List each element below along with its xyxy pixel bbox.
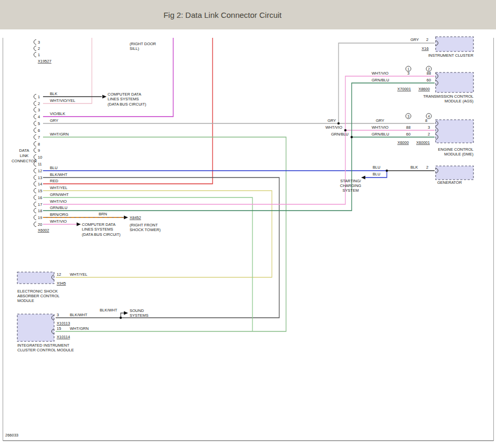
esa-pin-number: 12	[57, 272, 61, 277]
dlc-pin-number-15: 15	[38, 189, 42, 193]
dlc-pin-contact-4	[34, 114, 37, 119]
dlc-pin-number-10: 10	[38, 155, 42, 160]
dlc-name-line2: LINK	[20, 153, 29, 158]
starting-line3: SYSTEM	[343, 188, 359, 193]
arrow-shock-tower-icon	[124, 216, 128, 220]
dlc-pin-contact-19	[34, 215, 37, 220]
wire-label-pin16: GRN/WHT	[50, 192, 69, 197]
dlc-pin-number-11: 11	[38, 162, 42, 166]
iicc-pin15-wire-label: WHT/GRN	[70, 326, 89, 331]
wiring-diagram-page: Fig 2: Data Link Connector Circuit 26603…	[0, 0, 496, 448]
tcm-circle-1-number: 1	[407, 67, 409, 71]
ecm-circle-3-number: 3	[407, 114, 409, 118]
transmission-control-module: 1 2 WHT/VIO 3 88 GRN/BLU 60 X70001 X8600…	[372, 66, 473, 103]
generator-pin-number: 2	[426, 165, 428, 170]
wire-label-pin14: RED	[50, 179, 58, 183]
ecm-row1-pin-b: 3	[428, 125, 430, 130]
wire-label-pin2: WHT/VIO/YEL	[50, 98, 75, 103]
dlc-top-pin-contact	[34, 46, 37, 51]
dlc-pin-number-6: 6	[38, 128, 40, 133]
generator-wire-label: BLK	[410, 165, 418, 170]
dlc-pin-number-20: 20	[38, 222, 42, 227]
dlc-pin-contact-6	[34, 128, 37, 133]
dlc-pin-number-18: 18	[38, 209, 42, 213]
dlc-pin-contact-8	[34, 142, 37, 147]
starting-line2: CHARGING	[340, 183, 362, 188]
dlc-pin-contact-5	[34, 121, 37, 126]
arrow-sound-systems-icon	[124, 311, 128, 315]
flow-arrows	[77, 95, 365, 315]
wire-label-pin12: BLU	[50, 165, 58, 170]
tcm-row1-wire-label: WHT/VIO	[372, 71, 388, 76]
iicc-pin3-wire-label: BLK/WHT	[70, 312, 88, 317]
wire-label-pin17: WHT/VIO	[50, 199, 67, 204]
tcm-row2-wire-label: GRN/BLU	[372, 78, 389, 82]
dlc-pin-contact-20	[34, 222, 37, 227]
ecm-connector-id-1: X6000	[397, 140, 409, 145]
computer-data-1-line1: COMPUTER DATA	[108, 92, 141, 97]
starting-line1: STARTING/	[340, 179, 361, 183]
tcm-name-line2: MODULE (AGS)	[445, 99, 474, 103]
dlc-pin-contact-18	[34, 209, 37, 213]
wire-label-pin19: BRN/ORG	[50, 212, 68, 217]
tcm-row2-pin-b: 60	[427, 78, 431, 82]
dlc-pin-contact-17	[34, 202, 37, 207]
figure-code: 266033	[5, 433, 18, 437]
dlc-pin-number-13: 13	[38, 175, 42, 180]
dlc-top-connector-id: X19527	[38, 59, 51, 64]
junction-blu	[386, 170, 388, 172]
tcm-circle-2-number: 2	[428, 67, 430, 71]
wire-label-pin20: WHT/VIO	[50, 219, 67, 224]
wire-label-pin13: BLK/WHT	[50, 172, 68, 177]
generator-box	[436, 166, 473, 180]
junction-gry	[337, 122, 340, 124]
dlc-top-pin-number: 3	[38, 40, 40, 45]
computer-data-20-line3: (DATA BUS CIRCUIT)	[82, 232, 121, 237]
wire-wht-vio	[43, 76, 435, 204]
dlc-pin-numbers: 1 2 3 4 5 6 7 8 9 10 11 12 13 14 15 16 1…	[38, 95, 42, 227]
wire-wht-grn	[43, 137, 286, 331]
dlc-pin-number-17: 17	[38, 202, 42, 207]
wire-grn-blu	[43, 83, 435, 211]
ecm-row1-pin-a: 88	[406, 125, 410, 130]
dlc-pin-number-1: 1	[38, 95, 40, 99]
generator-name: GENERATOR	[437, 180, 462, 185]
dlc-bottom-connector-id: X6002	[38, 228, 49, 233]
junction-wht-vio	[344, 129, 346, 131]
dlc-pin-contact-16	[34, 195, 37, 200]
iicc-pin3-number: 3	[57, 312, 59, 317]
shock-tower-connector-id: X8452	[130, 215, 141, 220]
instrument-cluster-wire-label: GRY	[410, 37, 419, 42]
esa-wire-label: WHT/YEL	[70, 272, 87, 277]
dlc-pin-contact-7	[34, 135, 37, 140]
ecm-row2-wire-label: GRN/BLU	[372, 132, 389, 137]
junction-dots	[120, 122, 388, 319]
dlc-top-pin-contact	[34, 40, 37, 45]
iicc-name-line2: CLUSTER CONTROL MODULE	[17, 348, 74, 352]
dlc-pin-number-4: 4	[38, 114, 40, 119]
engine-control-module: 3 4 GRY GRY 8 WHT/VIO WHT/VIO 88 3 GRN/B…	[325, 113, 474, 157]
wire-label-pin5: GRY	[50, 118, 58, 123]
dlc-pin-contact-1	[34, 95, 37, 99]
dlc-name-line3: CONNECTOR	[12, 159, 37, 163]
dlc-top-pin-number: 1	[38, 53, 40, 57]
wire-blk-wht	[43, 178, 279, 318]
sound-systems-line2: SYSTEMS	[130, 313, 149, 318]
iicc-box	[17, 314, 54, 341]
esa-name-line2: ABSORBER CONTROL	[17, 294, 59, 298]
tcm-row1-pin-a: 3	[407, 71, 409, 76]
dlc-pin-number-16: 16	[38, 195, 42, 200]
dlc-pin-number-3: 3	[38, 108, 40, 112]
tcm-connector-id-2: X8600	[418, 87, 430, 91]
wire-label-pin4: VIO/BLK	[50, 111, 65, 116]
shock-tower-line1: (RIGHT FRONT	[130, 223, 158, 227]
ecm-name-line2: MODULE (DME)	[444, 152, 473, 157]
dlc-pin-number-8: 8	[38, 142, 40, 147]
right-door-sill-line2: SILL)	[130, 46, 139, 51]
instrument-cluster-pin-number: 2	[426, 37, 428, 42]
ecm-circle-4-number: 4	[428, 114, 430, 118]
dlc-pin-contact-15	[34, 189, 37, 193]
starting-wire-label: BLU	[373, 172, 381, 176]
wire-label-pin15: WHT/YEL	[50, 185, 67, 190]
ecm-name-line1: ENGINE CONTROL	[438, 147, 473, 152]
